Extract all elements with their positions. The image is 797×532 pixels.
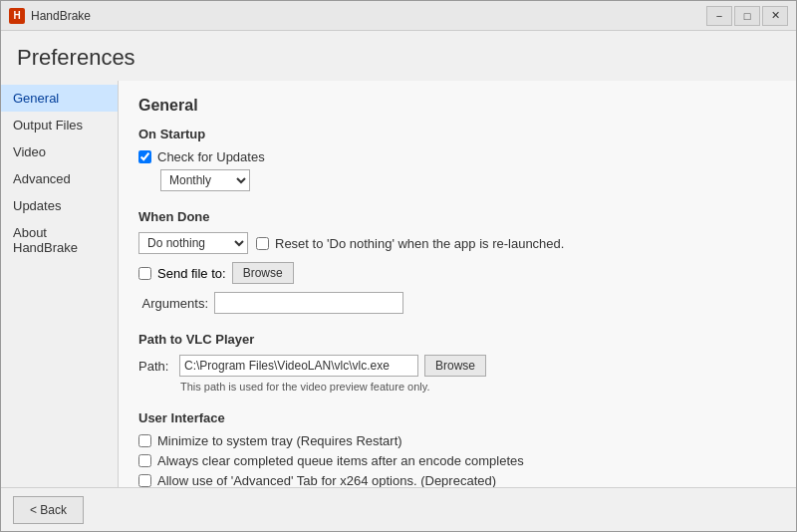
check-updates-label[interactable]: Check for Updates (157, 149, 265, 164)
vlc-browse-button[interactable]: Browse (424, 355, 486, 377)
check-updates-row: Check for Updates (138, 149, 776, 164)
app-window: H HandBrake − □ ✕ Preferences General Ou… (0, 0, 797, 532)
sidebar: General Output Files Video Advanced Upda… (1, 81, 119, 487)
send-file-row: Send file to: Browse (138, 262, 776, 284)
sidebar-item-video[interactable]: Video (1, 138, 118, 165)
vlc-label: Path to VLC Player (138, 332, 776, 347)
back-button[interactable]: < Back (13, 496, 84, 524)
arguments-row: Arguments: (138, 292, 776, 314)
arguments-input[interactable] (214, 292, 403, 314)
vlc-section: Path to VLC Player Path: Browse This pat… (138, 332, 776, 393)
vlc-path-input[interactable] (179, 355, 418, 377)
check-updates-checkbox[interactable] (138, 150, 151, 163)
send-file-browse-button[interactable]: Browse (232, 262, 294, 284)
reset-checkbox[interactable] (256, 237, 269, 250)
user-interface-section: User Interface Minimize to system tray (… (138, 410, 776, 487)
send-file-label[interactable]: Send file to: (157, 266, 226, 281)
page-title: Preferences (17, 45, 780, 71)
body-area: General Output Files Video Advanced Upda… (1, 81, 796, 487)
titlebar: H HandBrake − □ ✕ (1, 1, 796, 31)
close-button[interactable]: ✕ (762, 6, 788, 26)
maximize-button[interactable]: □ (734, 6, 760, 26)
panel-title: General (138, 97, 776, 115)
clear-queue-row: Always clear completed queue items after… (138, 453, 776, 468)
app-icon: H (9, 8, 25, 24)
vlc-hint: This path is used for the video preview … (180, 381, 776, 393)
clear-queue-label[interactable]: Always clear completed queue items after… (157, 453, 524, 468)
when-done-label: When Done (138, 209, 776, 224)
on-startup-label: On Startup (138, 127, 776, 141)
clear-queue-checkbox[interactable] (138, 454, 151, 467)
vlc-path-row: Path: Browse (138, 355, 776, 377)
settings-panel: General On Startup Check for Updates Mon… (119, 81, 796, 487)
minimize-tray-label[interactable]: Minimize to system tray (Requires Restar… (157, 433, 402, 448)
send-file-checkbox[interactable] (138, 267, 151, 280)
when-done-action-row: Do nothing Shutdown Suspend Hibernate Qu… (138, 232, 776, 254)
minimize-tray-checkbox[interactable] (138, 434, 151, 447)
allow-advanced-row: Allow use of 'Advanced' Tab for x264 opt… (138, 473, 776, 487)
titlebar-title: HandBrake (31, 9, 706, 23)
on-startup-section: On Startup Check for Updates Monthly Wee… (138, 127, 776, 191)
sidebar-item-updates[interactable]: Updates (1, 192, 118, 219)
allow-advanced-checkbox[interactable] (138, 474, 151, 487)
update-frequency-row: Monthly Weekly Daily (160, 169, 776, 191)
user-interface-label: User Interface (138, 410, 776, 425)
window-controls: − □ ✕ (706, 6, 788, 26)
minimize-button[interactable]: − (706, 6, 732, 26)
sidebar-item-about[interactable]: About HandBrake (1, 219, 118, 261)
footer: < Back (1, 487, 796, 531)
reset-checkbox-row: Reset to 'Do nothing' when the app is re… (256, 236, 564, 251)
when-done-section: When Done Do nothing Shutdown Suspend Hi… (138, 209, 776, 314)
page-header: Preferences (1, 31, 796, 81)
when-done-select[interactable]: Do nothing Shutdown Suspend Hibernate Qu… (138, 232, 248, 254)
main-area: Preferences General Output Files Video A… (1, 31, 796, 531)
allow-advanced-label[interactable]: Allow use of 'Advanced' Tab for x264 opt… (157, 473, 496, 487)
update-frequency-select[interactable]: Monthly Weekly Daily (160, 169, 250, 191)
reset-label[interactable]: Reset to 'Do nothing' when the app is re… (275, 236, 564, 251)
sidebar-item-output-files[interactable]: Output Files (1, 112, 118, 138)
minimize-tray-row: Minimize to system tray (Requires Restar… (138, 433, 776, 448)
arguments-label: Arguments: (138, 296, 208, 311)
path-label: Path: (138, 359, 173, 374)
sidebar-item-advanced[interactable]: Advanced (1, 165, 118, 192)
sidebar-item-general[interactable]: General (1, 85, 118, 112)
